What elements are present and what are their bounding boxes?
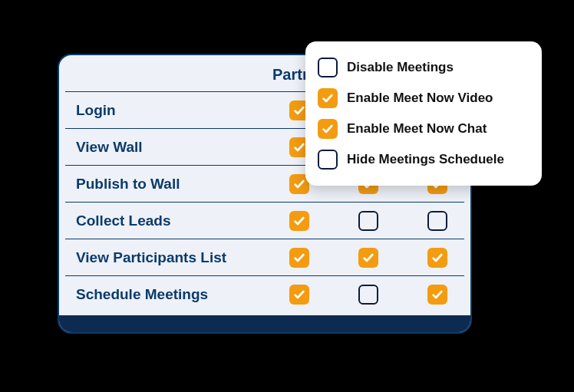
row-label: Login bbox=[65, 102, 265, 119]
dropdown-item-label: Hide Meetings Scheduele bbox=[347, 152, 504, 167]
row-label: View Participants List bbox=[65, 249, 265, 266]
meetings-dropdown: Disable MeetingsEnable Meet Now VideoEna… bbox=[305, 41, 542, 186]
dropdown-checkbox[interactable] bbox=[318, 119, 338, 139]
table-row: View Participants List bbox=[65, 239, 464, 275]
permission-cell bbox=[265, 285, 334, 305]
row-label: Publish to Wall bbox=[65, 176, 265, 193]
permission-cell bbox=[265, 211, 334, 231]
dropdown-item[interactable]: Disable Meetings bbox=[318, 52, 529, 83]
permission-checkbox[interactable] bbox=[427, 211, 447, 231]
permission-cell bbox=[403, 248, 472, 268]
permission-checkbox[interactable] bbox=[289, 285, 309, 305]
permission-cell bbox=[334, 285, 403, 305]
card-footer bbox=[59, 315, 470, 332]
dropdown-item-label: Enable Meet Now Chat bbox=[347, 121, 487, 137]
permission-checkbox[interactable] bbox=[358, 248, 378, 268]
dropdown-item-label: Enable Meet Now Video bbox=[347, 91, 493, 106]
permission-checkbox[interactable] bbox=[358, 285, 378, 305]
permission-cell bbox=[403, 211, 472, 231]
permission-cell bbox=[334, 248, 403, 268]
permission-checkbox[interactable] bbox=[427, 285, 447, 305]
dropdown-item[interactable]: Hide Meetings Scheduele bbox=[318, 144, 529, 175]
row-label: Schedule Meetings bbox=[65, 286, 265, 303]
permission-checkbox[interactable] bbox=[289, 211, 309, 231]
permission-cell bbox=[403, 285, 472, 305]
row-label: Collect Leads bbox=[65, 212, 265, 229]
dropdown-checkbox[interactable] bbox=[318, 150, 338, 170]
dropdown-item[interactable]: Enable Meet Now Chat bbox=[318, 114, 529, 144]
table-row: Schedule Meetings bbox=[65, 275, 464, 312]
permission-cell bbox=[334, 211, 403, 231]
dropdown-item[interactable]: Enable Meet Now Video bbox=[318, 83, 529, 114]
dropdown-checkbox[interactable] bbox=[318, 88, 338, 108]
row-label: View Wall bbox=[65, 139, 265, 156]
permission-checkbox[interactable] bbox=[427, 248, 447, 268]
dropdown-checkbox[interactable] bbox=[318, 58, 338, 77]
permission-cell bbox=[265, 248, 334, 268]
table-row: Collect Leads bbox=[65, 202, 464, 239]
dropdown-item-label: Disable Meetings bbox=[347, 60, 454, 75]
permission-checkbox[interactable] bbox=[358, 211, 378, 231]
permission-checkbox[interactable] bbox=[289, 248, 309, 268]
